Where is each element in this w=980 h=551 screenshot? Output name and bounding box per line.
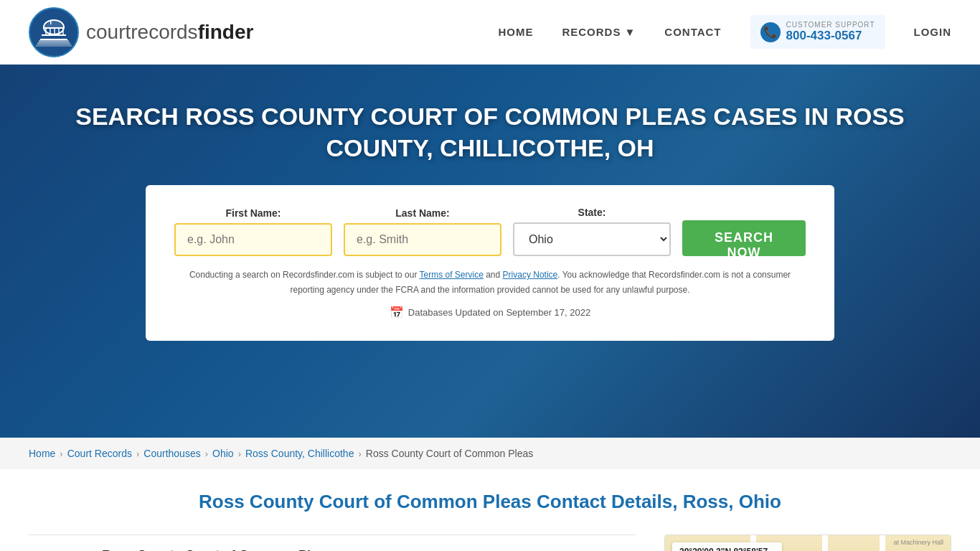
hero-section: SEARCH ROSS COUNTY COURT OF COMMON PLEAS…: [0, 65, 980, 438]
map-panel: at Machinery Hall E 2nd St Ross County J…: [664, 534, 951, 551]
map-container[interactable]: at Machinery Hall E 2nd St Ross County J…: [664, 534, 951, 551]
nav-records[interactable]: RECORDS ▼: [562, 26, 636, 38]
search-button[interactable]: SEARCH NOW: [682, 220, 806, 256]
breadcrumb-current: Ross County Court of Common Pleas: [366, 448, 533, 459]
breadcrumb-separator-5: ›: [358, 448, 361, 459]
state-group: State: Ohio: [513, 207, 671, 256]
info-panel: Court Name: Ross County Court of Common …: [29, 534, 636, 551]
breadcrumb-separator-3: ›: [205, 448, 208, 459]
search-card: First Name: Last Name: State: Ohio SEARC…: [146, 185, 834, 341]
svg-rect-5: [40, 39, 67, 40]
nav-home[interactable]: HOME: [498, 26, 533, 38]
terms-of-service-link[interactable]: Terms of Service: [420, 270, 484, 280]
main-content: Ross County Court of Common Pleas Contac…: [0, 469, 980, 551]
map-coordinates: 39°20'00.3"N 82°58'57...: [679, 547, 775, 551]
svg-rect-4: [42, 34, 66, 36]
map-label-machinery: at Machinery Hall: [893, 539, 943, 546]
svg-rect-11: [39, 40, 69, 42]
breadcrumb-separator-4: ›: [238, 448, 241, 459]
nav-contact[interactable]: CONTACT: [664, 26, 721, 38]
svg-rect-8: [54, 29, 55, 34]
search-disclaimer: Conducting a search on Recordsfinder.com…: [174, 268, 806, 297]
map-road-v3: [880, 535, 885, 551]
search-fields: First Name: Last Name: State: Ohio SEARC…: [174, 207, 806, 256]
svg-rect-2: [50, 20, 52, 24]
db-updated: 📅 Databases Updated on September 17, 202…: [174, 306, 806, 319]
breadcrumb-court-records[interactable]: Court Records: [67, 448, 132, 459]
site-header: courtrecordsfinder HOME RECORDS ▼ CONTAC…: [0, 0, 980, 65]
first-name-input[interactable]: [174, 223, 332, 256]
court-name-row: Court Name: Ross County Court of Common …: [29, 534, 636, 551]
state-label: State:: [513, 207, 671, 218]
logo-icon: [29, 7, 79, 57]
content-grid: Court Name: Ross County Court of Common …: [29, 534, 951, 551]
breadcrumb-separator-1: ›: [60, 448, 62, 459]
breadcrumb-ross-county[interactable]: Ross County, Chillicothe: [245, 448, 354, 459]
svg-rect-12: [37, 42, 70, 44]
breadcrumb-separator-2: ›: [136, 448, 139, 459]
svg-rect-9: [58, 29, 60, 34]
map-road-v2: [822, 535, 828, 551]
calendar-icon: 📅: [390, 306, 404, 319]
main-nav: HOME RECORDS ▼ CONTACT 📞 CUSTOMER SUPPOR…: [498, 15, 951, 49]
last-name-label: Last Name:: [344, 207, 501, 219]
map-inner: at Machinery Hall E 2nd St Ross County J…: [665, 535, 951, 551]
svg-rect-6: [45, 29, 47, 34]
phone-icon: 📞: [760, 22, 781, 42]
support-text: CUSTOMER SUPPORT 800-433-0567: [786, 21, 875, 43]
hero-title: SEARCH ROSS COUNTY COURT OF COMMON PLEAS…: [29, 100, 951, 164]
breadcrumb-home[interactable]: Home: [29, 448, 55, 459]
chevron-down-icon: ▼: [624, 26, 636, 38]
map-info-box: 39°20'00.3"N 82°58'57... View larger map: [672, 542, 782, 551]
breadcrumb-ohio[interactable]: Ohio: [212, 448, 234, 459]
section-title: Ross County Court of Common Pleas Contac…: [29, 491, 951, 513]
breadcrumb: Home › Court Records › Courthouses › Ohi…: [0, 438, 980, 469]
first-name-group: First Name:: [174, 207, 332, 256]
court-name-value: Ross County Court of Common Pleas: [102, 548, 332, 551]
last-name-input[interactable]: [344, 223, 501, 256]
svg-rect-13: [36, 44, 72, 47]
privacy-notice-link[interactable]: Privacy Notice: [503, 270, 558, 280]
customer-support-box[interactable]: 📞 CUSTOMER SUPPORT 800-433-0567: [750, 15, 885, 49]
nav-login[interactable]: LOGIN: [914, 26, 952, 38]
svg-rect-7: [50, 29, 51, 34]
svg-rect-3: [43, 27, 65, 29]
svg-rect-10: [62, 29, 64, 34]
site-logo[interactable]: courtrecordsfinder: [29, 7, 498, 57]
first-name-label: First Name:: [174, 207, 332, 219]
last-name-group: Last Name:: [344, 207, 501, 256]
logo-text: courtrecordsfinder: [86, 21, 253, 44]
breadcrumb-courthouses[interactable]: Courthouses: [143, 448, 200, 459]
state-select[interactable]: Ohio: [513, 222, 671, 256]
